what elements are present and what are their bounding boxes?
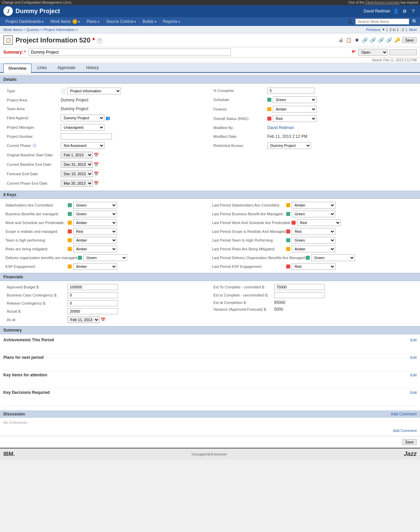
last-key5-select[interactable]: AmberGreenRed: [292, 246, 335, 252]
bottom-save-button[interactable]: Save: [402, 439, 417, 445]
variance-row: Variance (Approved-Forecast) $: 5000: [213, 306, 413, 313]
last-key7-select[interactable]: RedGreenAmber: [292, 263, 335, 270]
as-at-select[interactable]: Feb 11, 2013: [67, 316, 99, 323]
key-items-edit-link[interactable]: Edit: [410, 373, 417, 377]
key1-select[interactable]: GreenAmberRed: [73, 211, 117, 217]
original-baseline-calendar[interactable]: 📅: [94, 153, 99, 157]
license-link[interactable]: Client Access Licenses: [365, 1, 399, 4]
copy-icon[interactable]: 📋: [346, 37, 352, 43]
modified-by-link[interactable]: David Redman: [267, 125, 294, 130]
tab-links[interactable]: Links: [32, 63, 52, 72]
filed-against-icon[interactable]: 👥: [104, 115, 111, 121]
release-contingency-input[interactable]: [67, 300, 118, 306]
achievements-row: Achievements This Period Edit: [3, 336, 417, 344]
next-button[interactable]: Next: [409, 28, 417, 32]
key-decisions-content: [3, 396, 417, 406]
breadcrumb-queries[interactable]: Queries: [26, 28, 39, 32]
achievements-edit-link[interactable]: Edit: [410, 338, 417, 342]
project-number-input[interactable]: [61, 133, 112, 139]
as-at-label: As at:: [7, 318, 67, 322]
key-icon[interactable]: 🔑: [394, 37, 401, 43]
status-select[interactable]: Open Closed In Progress: [358, 49, 388, 56]
current-phase-help[interactable]: ⓘ: [33, 144, 36, 148]
nav-builds[interactable]: Builds ▾: [139, 17, 160, 26]
breadcrumb-project-information[interactable]: Project Information >: [43, 28, 78, 32]
actual-label: Actual $:: [7, 309, 67, 313]
original-baseline-select[interactable]: Feb 1, 2013: [61, 152, 93, 158]
as-at-calendar[interactable]: 📅: [100, 317, 106, 322]
print-icon[interactable]: 🖨: [337, 37, 344, 43]
est-committed-input[interactable]: [274, 284, 325, 290]
link2-icon[interactable]: 🔗: [370, 37, 377, 43]
key4-select[interactable]: AmberGreenRed: [73, 237, 117, 244]
add-comment-bottom-link[interactable]: Add Comment: [3, 427, 417, 434]
link1-icon[interactable]: 🔗: [362, 37, 368, 43]
nav-menu-icon[interactable]: ☰: [347, 18, 353, 25]
nav-work-items[interactable]: Work Items ! ▾: [47, 17, 83, 26]
current-phase-select[interactable]: Not Assessed: [61, 142, 104, 149]
approved-budget-input[interactable]: [67, 284, 118, 290]
type-select[interactable]: Project Information: [67, 88, 121, 94]
tab-history[interactable]: History: [81, 63, 104, 72]
key5-select[interactable]: AmberGreenRed: [73, 246, 117, 252]
restricted-access-select[interactable]: Dummy Project: [267, 142, 311, 149]
nav-source-control[interactable]: Source Control ▾: [103, 17, 139, 26]
schedule-select[interactable]: Green Amber Red: [273, 96, 317, 103]
search-icon[interactable]: 🔍: [411, 18, 418, 25]
current-baseline-end-calendar[interactable]: 📅: [94, 162, 99, 167]
link3-icon[interactable]: 🔗: [378, 37, 385, 43]
last-key6-select[interactable]: GreenAmberRed: [311, 254, 355, 261]
key6-select[interactable]: GreenAmberRed: [83, 254, 127, 261]
key7-select[interactable]: AmberGreenRed: [73, 263, 117, 270]
key3-select[interactable]: RedGreenAmber: [73, 228, 117, 235]
chevron-down-icon: ▾: [155, 20, 156, 24]
tab-approvals[interactable]: Approvals: [52, 63, 80, 72]
app-title: Dummy Project: [16, 8, 60, 15]
last-key3-select[interactable]: RedGreenAmber: [292, 228, 335, 235]
team-area-row: Team Area: Dummy Project: [7, 104, 207, 113]
last-key0-select[interactable]: AmberGreenRed: [292, 202, 335, 209]
business-case-contingency-input[interactable]: [67, 292, 118, 298]
key2-select[interactable]: AmberGreenRed: [73, 219, 117, 226]
user-icon[interactable]: 👤: [392, 8, 399, 14]
add-comment-top-link[interactable]: Add Comment: [391, 412, 417, 416]
eight-keys-section-header: 8 Keys: [0, 191, 420, 199]
pct-complete-input[interactable]: [267, 88, 314, 94]
previous-button[interactable]: Previous: [366, 28, 381, 32]
last-key-row-1: Last Period Business Benefit Are Managed…: [212, 210, 415, 218]
save-button[interactable]: Save: [402, 37, 417, 43]
eight-keys-form: Stakeholders Are Committed: GreenAmberRe…: [0, 199, 420, 273]
actual-input[interactable]: [67, 308, 118, 314]
last-key2-select[interactable]: RedGreenAmber: [297, 219, 341, 226]
search-input[interactable]: [355, 19, 409, 25]
current-phase-end-calendar[interactable]: 📅: [94, 181, 99, 186]
forecast-end-select[interactable]: Dec 10, 2013: [61, 170, 93, 177]
last-key4-select[interactable]: GreenAmberRed: [292, 237, 335, 244]
last-key1-select[interactable]: GreenAmberRed: [292, 211, 335, 217]
key-items-row: Key items for attention Edit: [3, 371, 417, 379]
page-title-bar: 📋 Project Information 520 * ? 🖨 📋 ✖ 🔗 🔗 …: [0, 33, 420, 47]
summary-input[interactable]: [29, 49, 231, 56]
finance-select[interactable]: Amber Green Red: [273, 106, 317, 113]
tab-overview[interactable]: Overview: [3, 64, 31, 73]
key4-dot: [68, 238, 72, 242]
breadcrumb-work-items[interactable]: Work Items: [3, 28, 22, 32]
delete-icon[interactable]: ✖: [354, 37, 360, 43]
current-phase-end-select[interactable]: Mar 20, 2013: [61, 180, 93, 187]
nav-project-dashboards[interactable]: Project Dashboards ▾: [2, 17, 47, 26]
nav-reports[interactable]: Reports ▾: [160, 17, 183, 26]
filed-against-select[interactable]: Dummy Project: [61, 115, 104, 121]
link4-icon[interactable]: 🔗: [386, 37, 393, 43]
help-icon[interactable]: ?: [97, 38, 102, 44]
nav-plans[interactable]: Plans ▾: [83, 17, 103, 26]
key-decisions-edit-link[interactable]: Edit: [410, 390, 417, 395]
project-manager-select[interactable]: Unassigned: [61, 124, 104, 131]
plans-edit-link[interactable]: Edit: [410, 355, 417, 359]
key0-select[interactable]: GreenAmberRed: [73, 202, 117, 209]
current-baseline-end-select[interactable]: Dec 31, 2013: [61, 161, 93, 168]
help-icon[interactable]: ?: [410, 8, 417, 14]
est-uncommitted-input[interactable]: [274, 292, 325, 298]
overall-status-select[interactable]: Red Amber Green: [273, 115, 317, 122]
forecast-end-calendar[interactable]: 📅: [94, 171, 99, 176]
settings-icon[interactable]: ⚙: [401, 8, 408, 14]
